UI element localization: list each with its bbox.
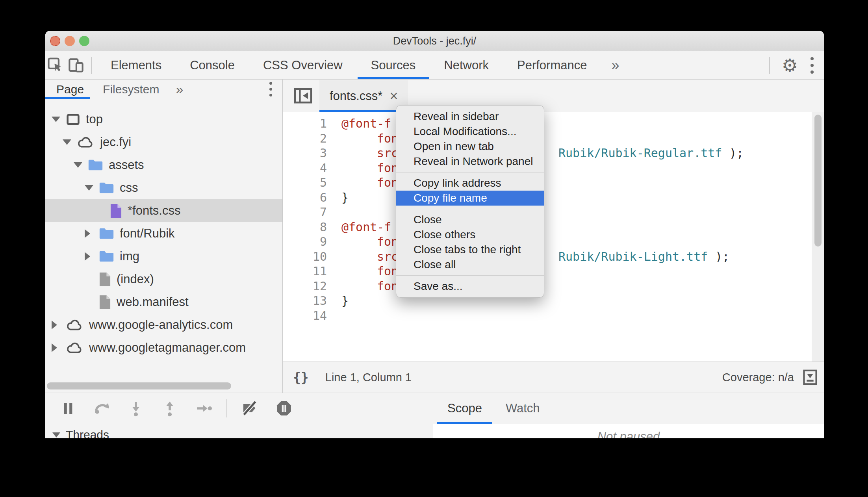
tree-item-assets[interactable]: assets bbox=[45, 154, 282, 176]
chevron-down-icon[interactable] bbox=[85, 185, 99, 191]
menu-item-copy-link-address[interactable]: Copy link address bbox=[396, 176, 544, 191]
line-number[interactable]: 7 bbox=[283, 205, 327, 220]
code-token: src bbox=[377, 250, 398, 263]
chevron-right-icon[interactable] bbox=[52, 343, 66, 352]
panel-tab-network[interactable]: Network bbox=[430, 51, 503, 79]
tree-item-label: img bbox=[120, 249, 139, 263]
line-number[interactable]: 2 bbox=[283, 131, 327, 146]
line-number[interactable]: 8 bbox=[283, 220, 327, 235]
tree-item-label: *fonts.css bbox=[128, 204, 180, 218]
chevron-down-icon[interactable] bbox=[63, 139, 77, 145]
tree-item-label: assets bbox=[109, 158, 144, 172]
tree-item-label: font/Rubik bbox=[120, 226, 175, 241]
folder-icon bbox=[88, 159, 103, 171]
tree-item-font-rubik[interactable]: font/Rubik bbox=[45, 222, 282, 245]
menu-item-reveal-in-network-panel[interactable]: Reveal in Network panel bbox=[396, 154, 544, 169]
line-number[interactable]: 5 bbox=[283, 175, 327, 190]
coverage-report-icon[interactable] bbox=[803, 369, 818, 386]
tree-horizontal-scrollbar[interactable] bbox=[47, 382, 231, 389]
sidebar-tab-filesystem[interactable]: Filesystem bbox=[95, 80, 167, 99]
toolbar-divider bbox=[91, 57, 92, 74]
tree-item-web-manifest[interactable]: web.manifest bbox=[45, 291, 282, 313]
more-panels-chevron[interactable]: » bbox=[601, 57, 629, 74]
code-line-9: 9fon bbox=[283, 234, 824, 249]
step-icon[interactable] bbox=[193, 397, 215, 419]
menu-item-close-all[interactable]: Close all bbox=[396, 257, 544, 272]
threads-expander-icon[interactable] bbox=[52, 432, 60, 438]
kebab-menu-icon[interactable] bbox=[805, 57, 824, 74]
scope-header: ScopeWatch bbox=[433, 393, 824, 424]
tree-item-jec-fyi[interactable]: jec.fyi bbox=[45, 131, 282, 154]
chevron-down-icon[interactable] bbox=[74, 162, 88, 168]
menu-item-local-modifications[interactable]: Local Modifications... bbox=[396, 124, 544, 139]
menu-item-copy-file-name[interactable]: Copy file name bbox=[396, 191, 544, 206]
menu-item-close-tabs-to-the-right[interactable]: Close tabs to the right bbox=[396, 242, 544, 257]
scope-pane-tab-scope[interactable]: Scope bbox=[438, 393, 491, 424]
file-purple-icon bbox=[110, 203, 122, 219]
editor-scrollbar-thumb[interactable] bbox=[814, 115, 822, 247]
menu-item-close[interactable]: Close bbox=[396, 212, 544, 227]
line-number[interactable]: 14 bbox=[283, 308, 327, 323]
tree-item-label: web.manifest bbox=[117, 295, 189, 309]
menu-item-close-others[interactable]: Close others bbox=[396, 227, 544, 242]
tree-item-www-googletagmanager-com[interactable]: www.googletagmanager.com bbox=[45, 336, 282, 359]
sidebar-tab-page[interactable]: Page bbox=[48, 80, 92, 99]
chevron-right-icon[interactable] bbox=[52, 321, 66, 329]
scope-pane-tab-watch[interactable]: Watch bbox=[496, 393, 549, 424]
main-toolbar: ElementsConsoleCSS OverviewSourcesNetwor… bbox=[45, 51, 824, 80]
threads-section[interactable]: Threads bbox=[52, 428, 433, 438]
editor-scrollbar-track[interactable] bbox=[812, 112, 824, 362]
step-into-icon[interactable] bbox=[125, 397, 147, 419]
line-number[interactable]: 11 bbox=[283, 264, 327, 279]
sidebar-kebab-menu-icon[interactable] bbox=[269, 82, 272, 96]
step-over-icon[interactable] bbox=[91, 397, 113, 419]
tree-item-index[interactable]: (index) bbox=[45, 268, 282, 291]
toolbar-right: ⚙ bbox=[764, 51, 824, 79]
tree-item-img[interactable]: img bbox=[45, 245, 282, 268]
file-tree: topjec.fyiassetscss*fonts.cssfont/Rubiki… bbox=[45, 99, 282, 393]
panel-tab-performance[interactable]: Performance bbox=[503, 51, 601, 79]
editor-tab-label: fonts.css* bbox=[330, 89, 382, 103]
editor-statusbar: {} Line 1, Column 1 Coverage: n/a bbox=[283, 362, 824, 393]
step-out-icon[interactable] bbox=[159, 397, 181, 419]
menu-item-save-as[interactable]: Save as... bbox=[396, 279, 544, 294]
code-editor[interactable]: 1@font-f2fon3srcRubik/Rubik-Regular.ttf)… bbox=[283, 112, 824, 362]
panel-tab-console[interactable]: Console bbox=[176, 51, 249, 79]
pause-icon[interactable] bbox=[57, 397, 79, 419]
line-number[interactable]: 1 bbox=[283, 116, 327, 131]
menu-item-open-in-new-tab[interactable]: Open in new tab bbox=[396, 139, 544, 154]
toggle-sidebar-icon[interactable] bbox=[294, 80, 312, 112]
cloud-icon bbox=[66, 319, 83, 331]
panel-tab-elements[interactable]: Elements bbox=[96, 51, 176, 79]
tree-item-www-google-analytics-com[interactable]: www.google-analytics.com bbox=[45, 313, 282, 336]
chevron-right-icon[interactable] bbox=[85, 229, 99, 238]
menu-item-reveal-in-sidebar[interactable]: Reveal in sidebar bbox=[396, 109, 544, 124]
sidebar-more-chevron[interactable]: » bbox=[176, 82, 183, 97]
panel-tab-css-overview[interactable]: CSS Overview bbox=[249, 51, 357, 79]
code-token: fon bbox=[377, 235, 398, 248]
chevron-right-icon[interactable] bbox=[85, 252, 99, 261]
line-number[interactable]: 9 bbox=[283, 234, 327, 249]
device-toolbar-icon[interactable] bbox=[66, 54, 86, 76]
tree-item-top[interactable]: top bbox=[45, 108, 282, 131]
line-number[interactable]: 12 bbox=[283, 279, 327, 294]
panel-tab-sources[interactable]: Sources bbox=[357, 51, 430, 79]
folder-icon bbox=[99, 182, 114, 194]
cloud-icon bbox=[77, 136, 95, 148]
scope-pane: ScopeWatch Not paused bbox=[433, 393, 824, 438]
pause-on-exceptions-icon[interactable] bbox=[273, 397, 295, 419]
tree-item-css[interactable]: css bbox=[45, 176, 282, 199]
inspect-element-icon[interactable] bbox=[45, 54, 66, 76]
tree-item-fonts-css[interactable]: *fonts.css bbox=[45, 199, 282, 222]
line-number[interactable]: 6 bbox=[283, 190, 327, 205]
editor-tab-fonts-css[interactable]: fonts.css* × bbox=[319, 80, 408, 112]
settings-gear-icon[interactable]: ⚙ bbox=[775, 56, 805, 74]
line-number[interactable]: 4 bbox=[283, 161, 327, 176]
deactivate-breakpoints-icon[interactable] bbox=[239, 397, 261, 419]
close-tab-icon[interactable]: × bbox=[389, 89, 398, 103]
line-number[interactable]: 13 bbox=[283, 293, 327, 308]
chevron-down-icon[interactable] bbox=[52, 117, 66, 122]
line-number[interactable]: 3 bbox=[283, 146, 327, 161]
line-number[interactable]: 10 bbox=[283, 249, 327, 264]
pretty-print-icon[interactable]: {} bbox=[293, 370, 309, 385]
